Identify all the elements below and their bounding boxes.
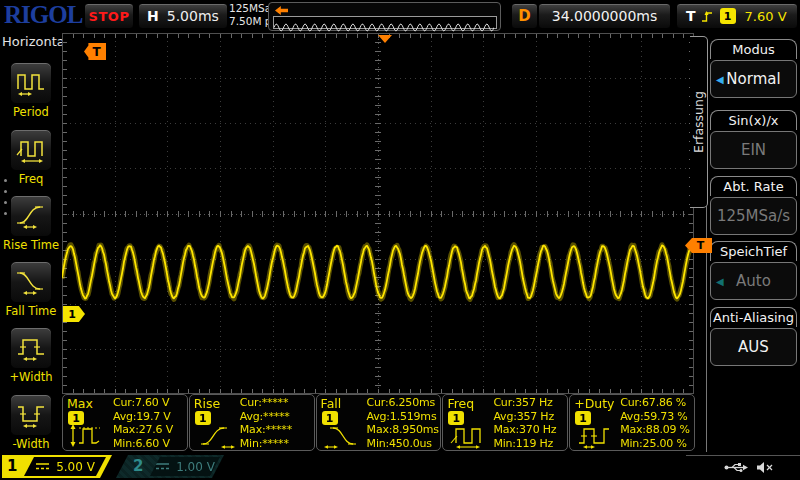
preview-canvas (274, 23, 494, 32)
left-arrow-icon: ◀ (716, 276, 724, 287)
softkey-modus[interactable]: Modus ◀ Normal (710, 39, 797, 98)
rigol-logo: RIGOL (4, 1, 82, 29)
horizontal-label: H (147, 8, 159, 24)
modus-value[interactable]: ◀ Normal (710, 60, 797, 98)
softkey-abt-rate[interactable]: Abt. Rate 125MSa/s (710, 176, 797, 235)
menu-item-neg-width[interactable]: -Width (0, 394, 62, 451)
anti-aliasing-value[interactable]: AUS (710, 328, 797, 366)
trigger-slope-rising-icon (700, 8, 714, 25)
channel2-status[interactable]: 2 1.00 V (116, 455, 224, 478)
speaker-muted-icon (756, 461, 774, 474)
menu-scroll-dot (4, 212, 7, 215)
measurement-duty[interactable]: +Duty 1 Cur:67.86 % Avg:59.73 % Max:88.0… (569, 394, 695, 451)
menu-tab-erfassung: Erfassung (690, 36, 708, 208)
left-arrow-icon: ◀ (716, 74, 724, 85)
rise-measure-icon (193, 422, 237, 449)
usb-icon (724, 461, 748, 474)
softkey-speichtief[interactable]: SpeichTief ◀ Auto (710, 241, 797, 300)
freq-measure-icon (446, 422, 490, 449)
period-icon (15, 68, 47, 98)
max-measure-icon (66, 422, 110, 449)
fall-measure-icon (320, 422, 364, 449)
menu-item-pos-width[interactable]: +Width (0, 327, 62, 384)
trigger-label: T (686, 8, 696, 24)
dc-coupling-icon (35, 462, 51, 471)
sinxx-value[interactable]: EIN (710, 131, 797, 169)
dc-coupling-icon (155, 462, 171, 471)
trigger-source-badge: 1 (720, 8, 736, 24)
menu-item-fall-time[interactable]: Fall Time (0, 261, 62, 318)
menu-item-freq[interactable]: Freq (0, 129, 62, 186)
duty-measure-icon (573, 422, 617, 449)
measurement-rise[interactable]: Rise 1 Cur:***** Avg:***** Max:***** Min… (189, 394, 315, 451)
channel1-status[interactable]: 1 5.00 V (2, 455, 112, 478)
run-stop-status-button[interactable]: STOP (84, 3, 134, 29)
freq-icon (15, 135, 47, 165)
softkey-anti-aliasing[interactable]: Anti-Aliasing AUS (710, 307, 797, 366)
preview-position-arrow-icon (275, 6, 288, 15)
plus-width-icon (15, 333, 47, 363)
delay-readout[interactable]: 34.0000000ms (538, 3, 671, 29)
oscilloscope-screen: RIGOL STOP H 5.00ms 125MSa/s 7.50M pts D… (0, 0, 800, 480)
menu-scroll-dot (4, 190, 7, 193)
speichtief-value[interactable]: ◀ Auto (710, 262, 797, 300)
menu-scroll-dot (4, 201, 7, 204)
waveform-preview-strip (273, 16, 497, 29)
trigger-level-value: 7.60 V (745, 9, 787, 24)
delay-label: D (511, 3, 538, 29)
left-menu-title: Horizontal (2, 34, 68, 49)
trigger-readout[interactable]: T 1 7.60 V (676, 3, 798, 29)
softkey-sinxx[interactable]: Sin(x)/x EIN (710, 110, 797, 169)
rise-time-icon (15, 201, 47, 231)
measurement-max[interactable]: Max 1 Cur:7.60 V Avg:19.7 V Max:27.6 V M… (62, 394, 188, 451)
menu-item-period[interactable]: Period (0, 62, 62, 119)
fall-time-icon (15, 267, 47, 297)
timebase-value: 5.00ms (167, 8, 219, 24)
abt-rate-value: 125MSa/s (710, 197, 797, 235)
measurement-bar: Max 1 Cur:7.60 V Avg:19.7 V Max:27.6 V M… (62, 394, 695, 451)
measurement-freq[interactable]: Freq 1 Cur:357 Hz Avg:357 Hz Max:370 Hz … (442, 394, 568, 451)
system-tray (686, 455, 800, 478)
trigger-position-marker[interactable] (378, 35, 392, 43)
menu-item-rise-time[interactable]: Rise Time (0, 195, 62, 252)
horizontal-timebase-button[interactable]: H 5.00ms (138, 3, 228, 29)
minus-width-icon (15, 400, 47, 430)
scope-canvas (62, 33, 694, 394)
measurement-fall[interactable]: Fall 1 Cur:6.250ms Avg:1.519ms Max:8.950… (316, 394, 442, 451)
menu-scroll-dot (4, 179, 7, 182)
horizontal-position-bar[interactable] (268, 2, 501, 31)
